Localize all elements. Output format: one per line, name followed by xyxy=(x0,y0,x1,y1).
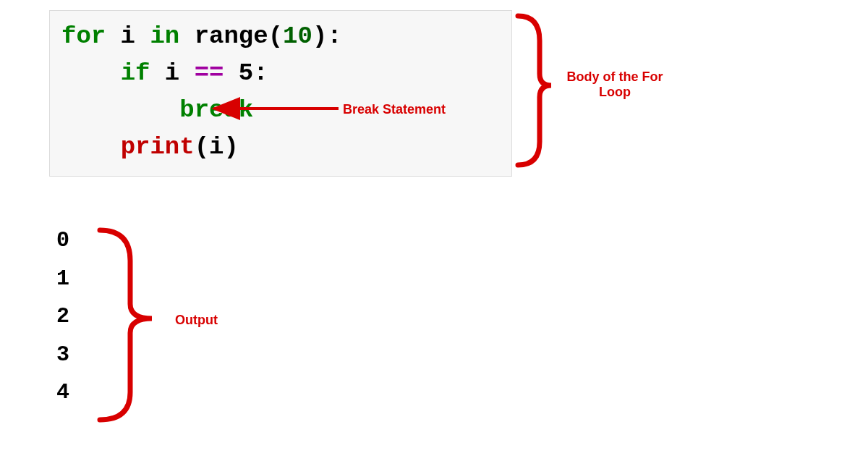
code-line-1: for i in range(10): xyxy=(61,18,500,55)
output-brace-icon xyxy=(100,230,152,420)
output-label: Output xyxy=(175,313,218,328)
keyword-for: for xyxy=(61,22,106,50)
body-line-a: Body of the For xyxy=(557,69,673,85)
cond-left: i xyxy=(150,59,194,87)
indent xyxy=(61,59,121,87)
paren-open: ( xyxy=(268,22,283,50)
keyword-in: in xyxy=(150,22,179,50)
fn-range: range xyxy=(179,22,268,50)
cond-right: 5 xyxy=(224,59,253,87)
print-arg: i xyxy=(209,133,224,161)
output-line: 4 xyxy=(56,373,69,412)
code-line-4: print(i) xyxy=(61,129,500,166)
code-block: for i in range(10): if i == 5: break pri… xyxy=(49,10,512,177)
output-line: 3 xyxy=(56,336,69,374)
output-line: 1 xyxy=(56,260,69,298)
indent xyxy=(61,96,179,124)
output-line: 2 xyxy=(56,297,69,336)
body-line-b: Loop xyxy=(557,85,673,100)
colon: : xyxy=(253,59,268,87)
range-arg: 10 xyxy=(283,22,312,50)
output-line: 0 xyxy=(56,221,69,260)
keyword-if: if xyxy=(121,59,150,87)
indent xyxy=(61,133,121,161)
code-line-2: if i == 5: xyxy=(61,55,500,92)
paren-close: ) xyxy=(224,133,238,161)
output-block: 0 1 2 3 4 xyxy=(56,221,69,412)
keyword-break: break xyxy=(179,96,253,124)
op-eq: == xyxy=(195,59,224,87)
fn-print: print xyxy=(121,133,195,161)
body-brace-icon xyxy=(518,16,551,165)
break-statement-label: Break Statement xyxy=(343,102,446,117)
paren-open: ( xyxy=(195,133,209,161)
body-of-for-loop-label: Body of the For Loop xyxy=(557,69,673,100)
var-i: i xyxy=(106,22,150,50)
paren-close-colon: ): xyxy=(312,22,342,50)
